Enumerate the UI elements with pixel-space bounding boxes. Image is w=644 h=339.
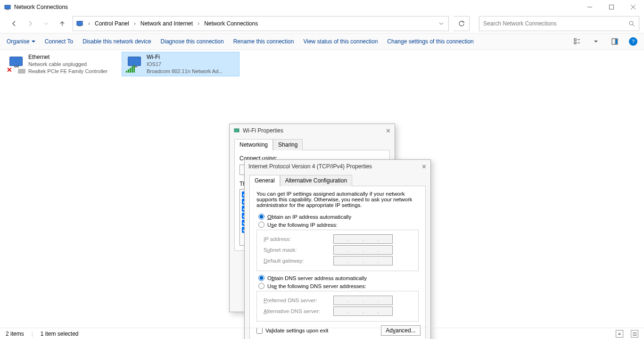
dialog-title: Internet Protocol Version 4 (TCP/IPv4) P… [248, 163, 421, 170]
search-input[interactable]: Search Network Connections [479, 16, 639, 31]
svg-rect-17 [234, 129, 239, 132]
connection-device: Broadcom 802.11n Network Ad... [147, 68, 223, 75]
breadcrumb-chevron-icon[interactable]: › [196, 20, 201, 27]
dns-manual-label[interactable]: Use the following DNS server addresses: [267, 283, 366, 289]
address-bar[interactable]: › Control Panel › Network and Internet ›… [73, 16, 449, 31]
close-icon[interactable]: ✕ [386, 127, 391, 134]
subnet-input[interactable]: ... [333, 245, 393, 255]
connection-item-ethernet[interactable]: ✕ Ethernet Network cable unplugged Realt… [4, 52, 122, 76]
alt-dns-input[interactable]: ... [333, 306, 393, 316]
ipv4-properties-dialog: Internet Protocol Version 4 (TCP/IPv4) P… [244, 159, 431, 339]
connection-status: IOS17 [147, 61, 223, 68]
navigation-bar: › Control Panel › Network and Internet ›… [0, 14, 644, 33]
connection-device: Realtek PCIe FE Family Controller [28, 68, 107, 75]
large-icons-view-icon[interactable]: ◫ [631, 330, 638, 338]
svg-point-8 [629, 21, 633, 25]
tab-networking[interactable]: Networking [234, 139, 273, 150]
svg-rect-7 [78, 25, 81, 26]
pref-dns-label: Preferred DNS server: [264, 298, 333, 303]
breadcrumb-dropdown-icon[interactable] [437, 22, 446, 25]
breadcrumb-mid[interactable]: Network and Internet [140, 20, 193, 27]
details-view-icon[interactable]: ≡ [616, 330, 623, 338]
svg-rect-1 [6, 9, 9, 10]
close-button[interactable] [622, 0, 644, 14]
connect-to-button[interactable]: Connect To [45, 38, 74, 45]
gateway-label: Default gateway: [264, 258, 333, 264]
svg-rect-11 [574, 42, 576, 44]
svg-rect-0 [5, 5, 10, 9]
window-title: Network Connections [14, 4, 579, 10]
control-panel-icon [76, 20, 83, 27]
dns-manual-radio[interactable] [258, 283, 264, 289]
diagnose-button[interactable]: Diagnose this connection [161, 38, 224, 45]
up-button[interactable] [57, 18, 68, 29]
dns-fieldset: Preferred DNS server:... Alternative DNS… [256, 291, 419, 322]
view-options-button[interactable] [572, 37, 582, 46]
connection-name: Wi-Fi [147, 54, 223, 61]
svg-rect-16 [616, 39, 617, 44]
tab-sharing[interactable]: Sharing [273, 139, 303, 150]
connections-view: ✕ Ethernet Network cable unplugged Realt… [0, 50, 644, 322]
ip-auto-label[interactable]: Obtain an IP address automatically [267, 214, 351, 220]
svg-line-9 [633, 25, 635, 26]
selection-count: 1 item selected [41, 331, 79, 337]
command-toolbar: Organise Connect To Disable this network… [0, 33, 644, 50]
close-icon[interactable]: ✕ [421, 163, 427, 170]
back-button[interactable] [8, 18, 20, 29]
forward-button[interactable] [25, 18, 36, 29]
search-icon [628, 20, 635, 27]
status-bar: 2 items | 1 item selected ≡ ◫ [0, 328, 644, 339]
disable-device-button[interactable]: Disable this network device [83, 38, 151, 45]
ip-fieldset: IP address:... Subnet mask:... Default g… [256, 230, 419, 271]
preview-pane-button[interactable] [610, 37, 619, 46]
ip-manual-label[interactable]: Use the following IP address: [267, 222, 338, 228]
alt-dns-label: Alternative DNS server: [264, 308, 333, 314]
ip-manual-radio[interactable] [258, 222, 264, 228]
breadcrumb-chevron-icon[interactable]: › [86, 20, 92, 27]
breadcrumb-root[interactable]: Control Panel [95, 20, 129, 27]
svg-rect-3 [610, 5, 614, 9]
app-icon [4, 3, 11, 11]
wifi-icon [125, 55, 144, 74]
svg-rect-10 [574, 39, 576, 41]
tab-general[interactable]: General [249, 175, 280, 186]
maximize-button[interactable] [601, 0, 622, 14]
rename-button[interactable]: Rename this connection [233, 38, 294, 45]
pref-dns-input[interactable]: ... [333, 296, 393, 305]
search-placeholder: Search Network Connections [483, 20, 628, 27]
breadcrumb-chevron-icon[interactable]: › [132, 20, 138, 27]
minimize-button[interactable] [579, 0, 601, 14]
change-settings-button[interactable]: Change settings of this connection [387, 38, 473, 45]
view-dropdown-icon[interactable] [591, 37, 601, 46]
window-titlebar: Network Connections [0, 0, 644, 14]
svg-rect-6 [77, 21, 83, 25]
connection-name: Ethernet [28, 54, 107, 61]
help-button[interactable]: ? [629, 37, 637, 46]
ip-address-label: IP address: [264, 236, 333, 242]
subnet-label: Subnet mask: [264, 247, 333, 253]
ethernet-icon: ✕ [7, 55, 25, 74]
item-count: 2 items [6, 331, 24, 337]
connection-status: Network cable unplugged [28, 61, 107, 68]
dns-auto-radio[interactable] [258, 275, 264, 281]
recent-dropdown[interactable] [41, 18, 52, 29]
ip-address-input[interactable]: ... [333, 234, 393, 244]
breadcrumb-leaf[interactable]: Network Connections [204, 20, 258, 27]
gateway-input[interactable]: ... [333, 256, 393, 265]
tab-alternative-configuration[interactable]: Alternative Configuration [280, 175, 352, 186]
organise-menu[interactable]: Organise [7, 38, 35, 45]
network-icon [233, 127, 240, 134]
refresh-button[interactable] [454, 16, 470, 31]
description-text: You can get IP settings assigned automat… [256, 191, 419, 208]
dns-auto-label[interactable]: Obtain DNS server address automatically [267, 275, 367, 281]
dialog-title: Wi-Fi Properties [243, 127, 386, 134]
connection-item-wifi[interactable]: Wi-Fi IOS17 Broadcom 802.11n Network Ad.… [122, 52, 239, 76]
ip-auto-radio[interactable] [258, 214, 264, 220]
view-status-button[interactable]: View status of this connection [303, 38, 378, 45]
